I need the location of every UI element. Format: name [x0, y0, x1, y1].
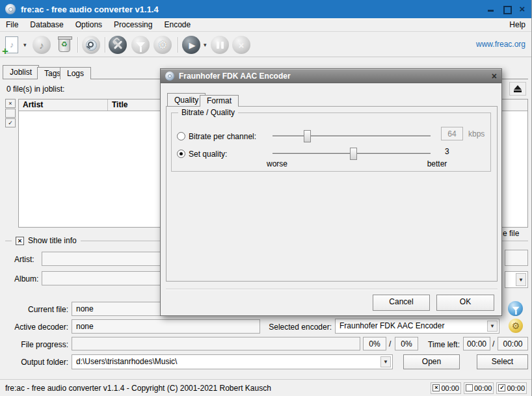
toggle-selection-button[interactable]: ✓: [5, 118, 16, 127]
bitrate-unit-label: kbps: [468, 129, 485, 139]
bitrate-radio[interactable]: [177, 132, 185, 140]
minimize-icon[interactable]: [486, 5, 496, 14]
dialog-title: Fraunhofer FDK AAC Encoder: [179, 72, 291, 81]
start-encoding-button[interactable]: ▶: [182, 36, 200, 54]
menu-database[interactable]: Database: [24, 19, 69, 31]
start-encoding-dropdown-icon[interactable]: ▾: [204, 42, 207, 48]
freac-website-link[interactable]: www.freac.org: [476, 40, 525, 49]
slider-thumb[interactable]: [350, 148, 357, 160]
eject-bar-icon: [514, 90, 522, 92]
processing-filter-button[interactable]: [131, 36, 150, 54]
pause-encoding-button[interactable]: [211, 36, 229, 54]
eject-button[interactable]: [509, 82, 526, 96]
scale-worse-label: worse: [258, 159, 297, 168]
artist-input[interactable]: [42, 252, 161, 266]
menu-help[interactable]: Help: [503, 19, 532, 31]
music-file-button[interactable]: ♪: [33, 36, 51, 54]
encoder-config-button[interactable]: ⚙: [153, 36, 172, 54]
output-folder-label: Output folder:: [0, 358, 68, 367]
selected-encoder-value: Fraunhofer FDK AAC Encoder: [339, 321, 444, 330]
window-title: fre:ac - free audio converter v1.1.4: [21, 5, 159, 14]
right-combo-fragment[interactable]: ▼: [505, 271, 528, 288]
close-icon[interactable]: ×: [492, 72, 497, 81]
toolbar-separator: [178, 37, 178, 53]
settings-button[interactable]: [109, 36, 127, 54]
set-quality-label: Set quality:: [189, 150, 227, 159]
checkbox-x-icon: ×: [432, 384, 440, 391]
add-files-button[interactable]: ♪ +: [5, 36, 18, 53]
checkbox-check-icon: ✓: [498, 384, 505, 391]
quality-slider[interactable]: [273, 148, 431, 160]
album-input[interactable]: [42, 271, 161, 285]
column-header-artist[interactable]: Artist: [19, 99, 108, 111]
percent-separator: /: [389, 339, 391, 349]
stop-encoding-button[interactable]: ×: [232, 36, 250, 54]
add-files-dropdown-icon[interactable]: ▾: [23, 42, 27, 48]
play-icon: ▶: [189, 40, 196, 50]
bitrate-label: Bitrate per channel:: [189, 132, 256, 141]
show-title-info-checkbox[interactable]: × Show title info: [12, 236, 81, 245]
set-quality-radio[interactable]: [177, 150, 185, 158]
output-folder-select[interactable]: d:\Users\tristanrhodes\Music\ ▼: [72, 354, 393, 369]
menubar: File Database Options Processing Encode …: [0, 18, 532, 32]
slider-thumb[interactable]: [304, 130, 311, 142]
dialog-titlebar: Fraunhofer FDK AAC Encoder ×: [161, 69, 501, 83]
time-left-total: 00:00: [498, 337, 528, 350]
select-all-button[interactable]: ×: [5, 99, 16, 108]
maximize-icon[interactable]: [502, 5, 511, 14]
chevron-down-icon[interactable]: ▼: [380, 356, 391, 367]
chevron-down-icon[interactable]: ▼: [487, 321, 498, 332]
dialog-tab-format[interactable]: Format: [200, 95, 239, 107]
tab-logs[interactable]: Logs: [60, 67, 91, 79]
progress-indicator-button[interactable]: [508, 301, 523, 316]
music-note-icon: ♪: [10, 40, 14, 49]
toolbar-separator: [77, 37, 78, 53]
slider-groove: [273, 135, 431, 137]
timer-value: 00:00: [474, 384, 492, 392]
menu-options[interactable]: Options: [70, 19, 108, 31]
tab-joblist[interactable]: Joblist: [3, 65, 39, 79]
open-button[interactable]: Open: [403, 354, 460, 369]
ok-button[interactable]: OK: [436, 295, 494, 311]
menu-processing[interactable]: Processing: [108, 19, 158, 31]
toolbar: ♪ + ▾ ♪ ⚙ ▶ ▾ × www.freac: [0, 33, 532, 57]
time-separator: /: [492, 339, 494, 349]
eject-icon: [514, 85, 522, 90]
active-decoder-label: Active decoder:: [0, 323, 68, 332]
chevron-down-icon[interactable]: ▼: [516, 273, 526, 286]
output-folder-value: d:\Users\tristanrhodes\Music\: [76, 357, 177, 366]
menu-encode[interactable]: Encode: [158, 19, 196, 31]
time-left-current: 00:00: [463, 337, 490, 350]
app-icon: [5, 4, 16, 14]
app-window: fre:ac - free audio converter v1.1.4 × F…: [0, 0, 532, 396]
gear-icon: ⚙: [512, 321, 520, 331]
cancel-button[interactable]: Cancel: [373, 295, 430, 311]
menu-file[interactable]: File: [0, 19, 24, 31]
encoder-dialog: Fraunhofer FDK AAC Encoder × Quality For…: [160, 68, 502, 316]
clear-joblist-button[interactable]: [59, 38, 70, 52]
selected-encoder-select[interactable]: Fraunhofer FDK AAC Encoder ▼: [335, 319, 499, 334]
window-titlebar: fre:ac - free audio converter v1.1.4 ×: [0, 0, 532, 18]
bitrate-quality-group: Bitrate / Quality Bitrate per channel: 6…: [171, 112, 491, 172]
show-title-info-label: Show title info: [28, 236, 77, 245]
right-field-fragment[interactable]: [505, 250, 528, 266]
plus-icon: +: [2, 47, 8, 55]
timer-total: ✓ 00:00: [496, 382, 527, 394]
select-button[interactable]: Select: [477, 354, 528, 369]
app-icon: [165, 72, 174, 81]
checkbox-empty-icon: [466, 384, 473, 391]
statusbar-text: fre:ac - free audio converter v1.1.4 - C…: [5, 384, 271, 393]
cddb-query-button[interactable]: [82, 36, 100, 54]
bitrate-value-input[interactable]: 64: [441, 127, 463, 140]
encoder-settings-button[interactable]: ⚙: [509, 319, 523, 333]
timer-value: 00:00: [507, 384, 525, 392]
current-file-label: Current file:: [0, 305, 68, 314]
total-percent-value: 0%: [395, 337, 418, 350]
pause-icon: [217, 42, 224, 49]
checkbox-checked-icon: ×: [16, 237, 24, 245]
select-none-button[interactable]: [5, 109, 16, 118]
gear-icon: ⚙: [157, 38, 167, 52]
bitrate-slider[interactable]: [273, 130, 431, 142]
close-icon[interactable]: ×: [518, 5, 527, 14]
selected-encoder-label: Selected encoder:: [260, 323, 332, 332]
